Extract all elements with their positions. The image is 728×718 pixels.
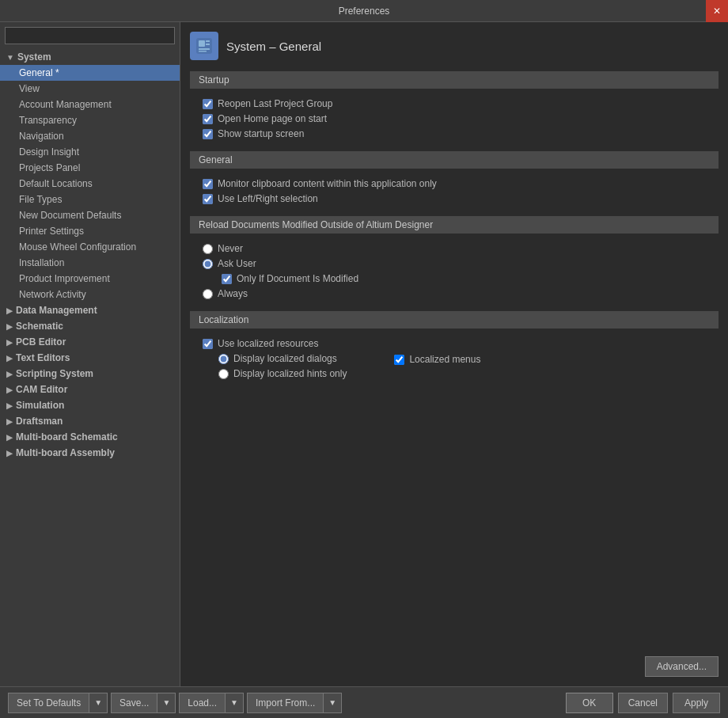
display-localized-dialogs-radio[interactable] [218,354,229,364]
sidebar-item-multi-board-assembly[interactable]: ▶ Multi-board Assembly [0,445,180,461]
expand-arrow-multi-board-schematic: ▶ [6,433,13,442]
save-button[interactable]: Save... [111,693,157,713]
sidebar-item-cam-editor[interactable]: ▶ CAM Editor [0,382,180,397]
sidebar-item-cam-editor-label: CAM Editor [16,384,67,395]
svg-rect-4 [199,48,210,50]
ask-user-radio[interactable] [203,259,213,269]
sidebar-item-navigation[interactable]: Navigation [0,128,180,144]
sidebar-item-general[interactable]: General * [0,65,180,81]
sidebar-item-network-activity-label: Network Activity [19,289,86,300]
sidebar-item-printer-settings[interactable]: Printer Settings [0,223,180,239]
import-from-button[interactable]: Import From... [247,693,324,713]
general-section-header: General [190,151,719,169]
monitor-clipboard-checkbox[interactable] [203,179,213,189]
localized-menus-label: Localized menus [409,354,480,365]
sidebar-item-new-document-defaults[interactable]: New Document Defaults [0,207,180,223]
search-input[interactable] [5,27,175,44]
use-left-right-checkbox[interactable] [203,194,213,204]
use-localized-checkbox[interactable] [203,339,213,349]
sidebar-item-product-improvement-label: Product Improvement [19,273,110,284]
import-from-arrow[interactable]: ▼ [324,693,342,713]
sidebar-item-text-editors-label: Text Editors [16,352,70,363]
monitor-clipboard-row: Monitor clipboard content within this ap… [203,178,706,189]
close-button[interactable]: ✕ [706,0,728,22]
sidebar-item-data-management[interactable]: ▶ Data Management [0,302,180,318]
save-group: Save... ▼ [111,693,176,713]
sidebar-item-product-improvement[interactable]: Product Improvement [0,271,180,287]
sidebar-item-network-activity[interactable]: Network Activity [0,287,180,302]
monitor-clipboard-label: Monitor clipboard content within this ap… [218,178,437,189]
sidebar-item-printer-settings-label: Printer Settings [19,226,84,237]
sidebar-item-projects-panel[interactable]: Projects Panel [0,160,180,176]
open-home-page-row: Open Home page on start [203,113,706,124]
sidebar-item-mouse-wheel-configuration[interactable]: Mouse Wheel Configuration [0,239,180,255]
sidebar-item-schematic[interactable]: ▶ Schematic [0,318,180,334]
never-label: Never [218,243,243,254]
ask-user-row: Ask User [203,258,706,269]
sidebar-item-default-locations[interactable]: Default Locations [0,176,180,192]
sidebar-item-multi-board-schematic-label: Multi-board Schematic [16,431,118,443]
localized-menus-checkbox[interactable] [394,355,404,365]
display-localized-hints-radio[interactable] [218,369,229,379]
sidebar-item-navigation-label: Navigation [19,131,64,142]
advanced-button[interactable]: Advanced... [645,656,719,677]
sidebar-item-transparency[interactable]: Transparency [0,112,180,128]
sidebar-item-scripting-system-label: Scripting System [16,368,93,379]
sidebar-item-multi-board-schematic[interactable]: ▶ Multi-board Schematic [0,429,180,445]
save-arrow[interactable]: ▼ [157,693,176,713]
cancel-button[interactable]: Cancel [618,693,668,713]
display-localized-hints-row: Display localized hints only [218,368,347,379]
svg-rect-3 [206,44,210,45]
only-if-modified-label: Only If Document Is Modified [237,273,358,284]
use-left-right-label: Use Left/Right selection [218,193,318,204]
sidebar-item-design-insight[interactable]: Design Insight [0,144,180,160]
reopen-last-project-label: Reopen Last Project Group [218,98,332,109]
apply-button[interactable]: Apply [673,693,720,713]
sidebar-item-account-management[interactable]: Account Management [0,97,180,112]
sidebar-item-system[interactable]: ▼ System [0,49,180,65]
sidebar-item-default-locations-label: Default Locations [19,178,93,189]
only-if-modified-checkbox[interactable] [222,274,232,284]
sidebar-item-installation[interactable]: Installation [0,255,180,271]
reopen-last-project-row: Reopen Last Project Group [203,98,706,109]
sidebar-item-view-label: View [19,83,40,94]
expand-arrow-simulation: ▶ [6,401,13,410]
expand-arrow-cam-editor: ▶ [6,386,13,394]
show-startup-screen-checkbox[interactable] [203,129,213,139]
localized-menus-group: Localized menus [394,354,480,365]
sidebar-item-scripting-system[interactable]: ▶ Scripting System [0,366,180,382]
set-to-defaults-arrow[interactable]: ▼ [89,693,108,713]
reload-docs-section-body: Never Ask User Only If Document Is Modif… [190,240,719,311]
main-layout: ▼ System General * View Account Manageme… [0,22,728,686]
startup-section-header: Startup [190,71,719,89]
sidebar-item-design-insight-label: Design Insight [19,146,79,158]
svg-rect-1 [199,40,205,47]
sidebar-item-text-editors[interactable]: ▶ Text Editors [0,350,180,366]
expand-arrow-pcb-editor: ▶ [6,338,13,347]
sidebar-item-pcb-editor-label: PCB Editor [16,336,66,348]
sidebar-item-draftsman[interactable]: ▶ Draftsman [0,413,180,429]
sidebar-item-simulation[interactable]: ▶ Simulation [0,397,180,413]
load-button[interactable]: Load... [179,693,226,713]
sidebar-item-general-label: General * [19,67,59,78]
localization-section-header: Localization [190,311,719,329]
startup-section-body: Reopen Last Project Group Open Home page… [190,95,719,151]
sidebar-item-transparency-label: Transparency [19,115,77,126]
sidebar-item-file-types[interactable]: File Types [0,192,180,207]
open-home-page-checkbox[interactable] [203,114,213,124]
always-radio[interactable] [203,289,213,299]
reopen-last-project-checkbox[interactable] [203,99,213,109]
set-to-defaults-button[interactable]: Set To Defaults [8,693,89,713]
sidebar-item-mouse-wheel-configuration-label: Mouse Wheel Configuration [19,241,136,253]
sidebar-item-pcb-editor[interactable]: ▶ PCB Editor [0,334,180,350]
use-left-right-row: Use Left/Right selection [203,193,706,204]
expand-arrow-scripting-system: ▶ [6,370,13,378]
page-icon [190,32,218,60]
show-startup-screen-label: Show startup screen [218,128,304,139]
only-if-modified-row: Only If Document Is Modified [222,273,706,284]
ok-button[interactable]: OK [566,693,613,713]
never-radio[interactable] [203,244,213,254]
page-header: System – General [190,32,719,60]
sidebar-item-view[interactable]: View [0,81,180,97]
load-arrow[interactable]: ▼ [226,693,244,713]
